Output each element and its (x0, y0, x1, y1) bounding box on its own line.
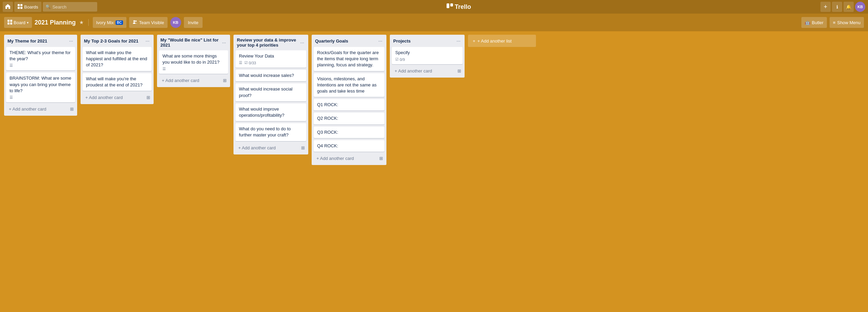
board-view-button[interactable]: Board ▾ (4, 17, 32, 28)
card-text-c11: Rocks/Goals for the quarter are the item… (317, 50, 381, 68)
template-button-list6[interactable]: ⊞ (456, 67, 463, 75)
card-c4[interactable]: What will make you're the proudest at th… (83, 73, 152, 91)
card-text-c14: Q2 ROCK: (317, 115, 381, 121)
list-menu-button-list1[interactable]: ··· (68, 37, 74, 44)
card-text-c10: What do you need to do to further master… (239, 126, 303, 138)
list-header-list4: Review your data & improve your top 4 pr… (233, 35, 308, 49)
board-view-chevron: ▾ (27, 21, 29, 24)
list-menu-button-list2[interactable]: ··· (144, 37, 151, 44)
show-menu-button[interactable]: ≡ Show Menu (830, 17, 864, 28)
list-title-list3: My "Would Be nice" List for 2021 (160, 37, 221, 48)
svg-rect-5 (450, 3, 453, 6)
list-cards-list5: Rocks/Goals for the quarter are the item… (312, 46, 386, 153)
trello-logo: Trello (99, 3, 819, 11)
add-card-button-list3[interactable]: + Add another card (159, 76, 222, 85)
card-c6[interactable]: Review Your Data☰☑ 0/33✎ (236, 50, 306, 68)
template-button-list5[interactable]: ⊞ (378, 154, 384, 162)
card-footer-c1: ☰ (10, 63, 72, 68)
svg-rect-3 (20, 7, 22, 9)
add-card-area-list4: + Add another card⊞ (233, 143, 308, 154)
menu-icon: ≡ (833, 20, 836, 25)
list-list2: My Top 2-3 Goals for 2021···What will ma… (81, 35, 154, 104)
top-nav-right: + ℹ 🔔 KB (820, 2, 865, 12)
card-c11[interactable]: Rocks/Goals for the quarter are the item… (314, 47, 384, 71)
card-c3[interactable]: What will make you the happiest and fulf… (83, 47, 152, 71)
workspace-button[interactable]: Ivory Mix BC (93, 17, 126, 28)
card-c9[interactable]: What would improve operations/profitabil… (236, 103, 306, 121)
card-c7[interactable]: What would increase sales?✎ (236, 70, 306, 81)
butler-icon: 🤖 (805, 20, 810, 25)
svg-rect-6 (7, 20, 10, 22)
card-c1[interactable]: THEME: What's your theme for the year?☰✎ (6, 47, 75, 70)
add-card-button-list1[interactable]: + Add another card (6, 104, 69, 114)
checklist-icon-c17: ☑ (395, 57, 399, 62)
add-card-button-list4[interactable]: + Add another card (236, 143, 300, 152)
info-button[interactable]: ℹ (832, 2, 842, 12)
svg-rect-9 (10, 22, 12, 24)
home-button[interactable] (3, 2, 13, 12)
template-button-list3[interactable]: ⊞ (222, 77, 228, 84)
card-c17[interactable]: Specify☑ 0/9✎ (392, 47, 463, 64)
description-icon-c6: ☰ (239, 61, 242, 65)
card-c10[interactable]: What do you need to do to further master… (236, 123, 306, 141)
notifications-button[interactable]: 🔔 (844, 2, 854, 12)
member-avatar[interactable]: KB (170, 17, 181, 28)
svg-rect-4 (447, 3, 449, 8)
card-c12[interactable]: Visions, milestones, and Intentions are … (314, 73, 384, 97)
card-c15[interactable]: Q3 ROCK:✎ (314, 127, 384, 138)
template-button-list4[interactable]: ⊞ (300, 144, 306, 152)
card-c8[interactable]: What would increase social proof?✎ (236, 83, 306, 101)
list-menu-button-list5[interactable]: ··· (377, 37, 384, 44)
list-menu-button-list4[interactable]: ··· (299, 39, 306, 46)
add-card-button-list5[interactable]: + Add another card (314, 154, 378, 163)
card-c16[interactable]: Q4 ROCK:✎ (314, 140, 384, 152)
card-c2[interactable]: BRAINSTORM: What are some ways you can b… (6, 72, 75, 102)
card-footer-c2: ☰ (10, 95, 72, 100)
invite-button[interactable]: Invite (184, 17, 203, 28)
list-list1: My Theme for 2021···THEME: What's your t… (4, 35, 77, 116)
add-card-area-list3: + Add another card⊞ (157, 75, 230, 87)
list-list5: Quarterly Goals···Rocks/Goals for the qu… (312, 35, 386, 165)
card-text-c6: Review Your Data (239, 53, 303, 59)
boards-label: Boards (24, 4, 38, 10)
visibility-button[interactable]: Team Visible (129, 17, 167, 28)
top-navigation: Boards 🔍 Trello + ℹ 🔔 KB (0, 0, 868, 14)
list-header-list2: My Top 2-3 Goals for 2021··· (81, 35, 154, 46)
template-button-list1[interactable]: ⊞ (69, 105, 75, 113)
add-card-button-list2[interactable]: + Add another card (83, 93, 145, 102)
boards-button[interactable]: Boards (14, 2, 41, 12)
template-icon: ⊞ (301, 145, 305, 150)
card-c14[interactable]: Q2 ROCK:✎ (314, 113, 384, 124)
card-text-c17: Specify (395, 50, 459, 56)
info-icon: ℹ (836, 4, 838, 10)
search-input[interactable] (43, 2, 97, 12)
add-card-area-list2: + Add another card⊞ (81, 92, 154, 104)
add-list-button[interactable]: + + Add another list (468, 35, 536, 47)
card-text-c12: Visions, milestones, and Intentions are … (317, 76, 381, 95)
list-header-list1: My Theme for 2021··· (4, 35, 77, 46)
list-list4: Review your data & improve your top 4 pr… (233, 35, 308, 154)
board-header: Board ▾ 2021 Planning ★ Ivory Mix BC Tea… (0, 14, 868, 31)
card-c13[interactable]: Q1 ROCK:✎ (314, 99, 384, 111)
checklist-badge-c6: ☑ 0/33 (244, 61, 256, 65)
svg-rect-0 (18, 4, 20, 6)
card-text-c9: What would improve operations/profitabil… (239, 106, 303, 118)
butler-button[interactable]: 🤖 Butler (801, 17, 827, 28)
list-title-list1: My Theme for 2021 (7, 38, 68, 44)
user-avatar[interactable]: KB (855, 2, 865, 12)
card-text-c4: What will make you're the proudest at th… (86, 76, 148, 88)
add-button[interactable]: + (820, 2, 831, 12)
list-menu-button-list6[interactable]: ··· (455, 37, 462, 44)
card-footer-c17: ☑ 0/9 (395, 57, 459, 62)
description-icon-c1: ☰ (10, 63, 13, 68)
svg-rect-7 (10, 20, 12, 22)
list-list3: My "Would Be nice" List for 2021···What … (157, 35, 230, 87)
card-c5[interactable]: What are some more things you would like… (159, 50, 228, 74)
star-button[interactable]: ★ (79, 19, 84, 26)
list-menu-button-list3[interactable]: ··· (221, 39, 227, 46)
add-list-icon: + (473, 38, 475, 44)
add-card-area-list5: + Add another card⊞ (312, 153, 386, 165)
add-card-button-list6[interactable]: + Add another card (392, 66, 456, 76)
template-button-list2[interactable]: ⊞ (145, 94, 152, 101)
template-icon: ⊞ (379, 156, 383, 161)
